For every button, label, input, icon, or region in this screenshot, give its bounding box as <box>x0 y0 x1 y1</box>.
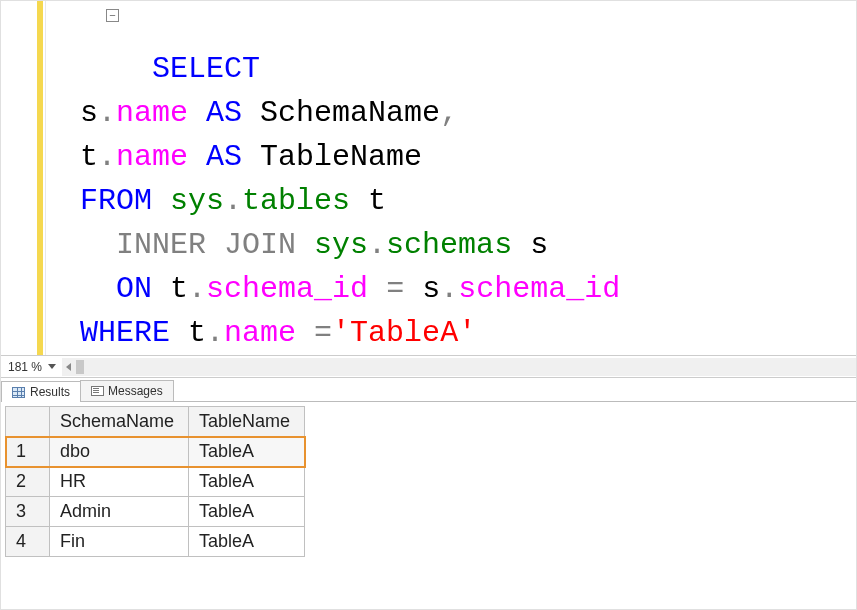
col-schemaid: schema_id <box>458 272 620 306</box>
comma: , <box>440 96 458 130</box>
op-eq: = <box>314 316 332 350</box>
change-indicator-bar <box>37 1 43 355</box>
table-row[interactable]: 1 dbo TableA <box>6 437 305 467</box>
dot: . <box>440 272 458 306</box>
cell-tablename[interactable]: TableA <box>189 437 305 467</box>
results-grid[interactable]: SchemaName TableName 1 dbo TableA 2 HR T… <box>5 406 305 557</box>
dot: . <box>368 228 386 262</box>
results-grid-icon <box>12 387 25 398</box>
col-header-tablename[interactable]: TableName <box>189 407 305 437</box>
col-header-schemaname[interactable]: SchemaName <box>50 407 189 437</box>
dot: . <box>98 96 116 130</box>
cell-tablename[interactable]: TableA <box>189 497 305 527</box>
kw-where: WHERE <box>80 316 170 350</box>
cell-tablename[interactable]: TableA <box>189 527 305 557</box>
alias-t: t <box>368 184 386 218</box>
dot: . <box>188 272 206 306</box>
label-tablename: TableName <box>260 140 422 174</box>
horizontal-scrollbar[interactable] <box>62 358 856 376</box>
row-number[interactable]: 1 <box>6 437 50 467</box>
header-row: SchemaName TableName <box>6 407 305 437</box>
table-row[interactable]: 2 HR TableA <box>6 467 305 497</box>
tab-results[interactable]: Results <box>1 381 81 402</box>
cell-tablename[interactable]: TableA <box>189 467 305 497</box>
result-tabs: Results Messages <box>1 378 856 402</box>
zoom-level[interactable]: 181 % <box>4 360 46 374</box>
table-row[interactable]: 3 Admin TableA <box>6 497 305 527</box>
kw-inner: INNER <box>116 228 206 262</box>
dot: . <box>224 184 242 218</box>
label-schemaname: SchemaName <box>260 96 440 130</box>
col-schemaid: schema_id <box>206 272 368 306</box>
scroll-left-icon[interactable] <box>66 363 71 371</box>
code-content[interactable]: −SELECT s.name AS SchemaName, t.name AS … <box>46 1 622 355</box>
schema-sys: sys <box>314 228 368 262</box>
tab-results-label: Results <box>30 385 70 399</box>
row-number[interactable]: 4 <box>6 527 50 557</box>
row-number[interactable]: 2 <box>6 467 50 497</box>
kw-as: AS <box>206 140 242 174</box>
sql-editor[interactable]: −SELECT s.name AS SchemaName, t.name AS … <box>1 1 856 356</box>
scroll-thumb[interactable] <box>76 360 84 374</box>
zoom-status-bar: 181 % <box>1 356 856 378</box>
string-literal: 'TableA' <box>332 316 476 350</box>
kw-on: ON <box>116 272 152 306</box>
messages-icon <box>91 386 103 397</box>
collapse-toggle-icon[interactable]: − <box>106 9 119 22</box>
schema-sys: sys <box>170 184 224 218</box>
row-number[interactable]: 3 <box>6 497 50 527</box>
table-row[interactable]: 4 Fin TableA <box>6 527 305 557</box>
cell-schemaname[interactable]: HR <box>50 467 189 497</box>
zoom-dropdown-icon[interactable] <box>48 364 56 369</box>
alias-t: t <box>80 140 98 174</box>
dot: . <box>206 316 224 350</box>
cell-schemaname[interactable]: dbo <box>50 437 189 467</box>
col-name: name <box>116 140 188 174</box>
kw-as: AS <box>206 96 242 130</box>
alias-s: s <box>422 272 440 306</box>
obj-tables: tables <box>242 184 350 218</box>
alias-t: t <box>170 272 188 306</box>
cell-schemaname[interactable]: Admin <box>50 497 189 527</box>
kw-from: FROM <box>80 184 152 218</box>
col-name: name <box>224 316 296 350</box>
op-eq: = <box>386 272 404 306</box>
col-name: name <box>116 96 188 130</box>
alias-s: s <box>80 96 98 130</box>
tab-messages-label: Messages <box>108 384 163 398</box>
results-pane[interactable]: SchemaName TableName 1 dbo TableA 2 HR T… <box>1 402 856 609</box>
obj-schemas: schemas <box>386 228 512 262</box>
corner-cell[interactable] <box>6 407 50 437</box>
cell-schemaname[interactable]: Fin <box>50 527 189 557</box>
alias-t: t <box>188 316 206 350</box>
dot: . <box>98 140 116 174</box>
kw-select: SELECT <box>152 52 260 86</box>
tab-messages[interactable]: Messages <box>80 380 174 401</box>
alias-s: s <box>530 228 548 262</box>
kw-join: JOIN <box>224 228 296 262</box>
editor-gutter <box>1 1 46 355</box>
